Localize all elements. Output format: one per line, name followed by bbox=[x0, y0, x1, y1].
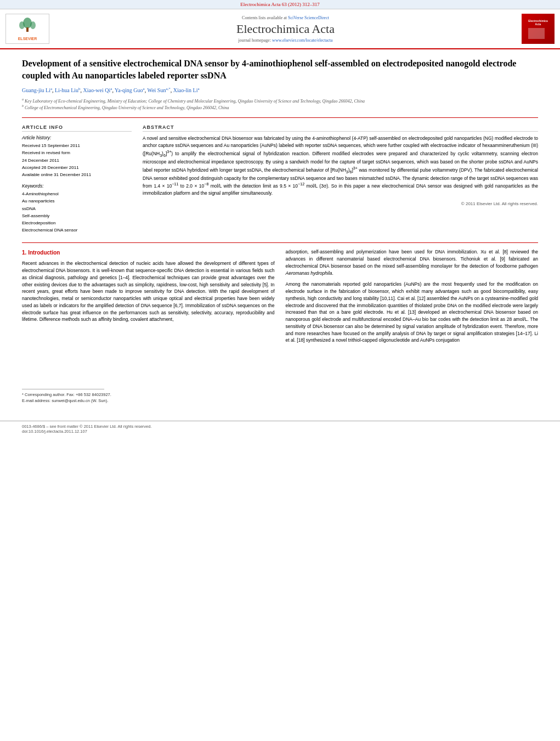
keyword-2: Au nanoparticles bbox=[22, 198, 132, 204]
body-left-column: 1. Introduction Recent advances in the e… bbox=[22, 248, 275, 404]
abstract-heading: ABSTRACT bbox=[143, 125, 538, 132]
abstract-column: ABSTRACT A novel and sensitive electroch… bbox=[143, 125, 538, 234]
author-4: Ya-qing Guo bbox=[115, 88, 143, 94]
author-3: Xiao-wei Qi bbox=[83, 88, 111, 94]
accepted-date: Accepted 26 December 2011 bbox=[22, 165, 132, 171]
keyword-1: 4-Aminothiophenol bbox=[22, 191, 132, 197]
author-5: Wei Sun bbox=[148, 88, 166, 94]
info-abstract-section: ARTICLE INFO Article history: Received 1… bbox=[22, 125, 538, 234]
article-info-heading: ARTICLE INFO bbox=[22, 125, 132, 132]
homepage-url[interactable]: www.elsevier.com/locate/electacta bbox=[272, 38, 333, 43]
section-1-heading: 1. Introduction bbox=[22, 248, 275, 257]
keyword-6: Electrochemical DNA sensor bbox=[22, 227, 132, 233]
sciverse-link: Contents lists available at SciVerse Sci… bbox=[58, 15, 513, 20]
copyright-line: © 2011 Elsevier Ltd. All rights reserved… bbox=[143, 201, 538, 206]
divider-2 bbox=[22, 242, 538, 243]
footer-license: 0013-4686/$ – see front matter © 2011 El… bbox=[22, 424, 538, 429]
affiliations: a Key Laboratory of Eco-chemical Enginee… bbox=[22, 97, 538, 111]
svg-rect-2 bbox=[26, 27, 29, 32]
intro-paragraph-3: Among the nanomaterials reported gold na… bbox=[286, 281, 539, 344]
electrochimica-logo-right: Electrochimica Acta bbox=[522, 14, 555, 44]
footnote-email: E-mail address: sunwei@qust.edu.cn (W. S… bbox=[22, 398, 275, 404]
footnote-divider bbox=[22, 389, 104, 389]
affiliation-a: a Key Laboratory of Eco-chemical Enginee… bbox=[22, 97, 538, 104]
author-6: Xiao-lin Li bbox=[173, 88, 198, 94]
received-date: Received 15 September 2011 bbox=[22, 143, 132, 149]
journal-homepage: journal homepage: www.elsevier.com/locat… bbox=[58, 38, 513, 43]
keyword-3: ssDNA bbox=[22, 206, 132, 212]
page-footer: 0013-4686/$ – see front matter © 2011 El… bbox=[0, 421, 560, 437]
received-revised-date: 24 December 2011 bbox=[22, 157, 132, 163]
footnote-corresponding: * Corresponding author. Fax: +86 532 840… bbox=[22, 392, 275, 398]
body-right-column: adsorption, self-assembling and polymeri… bbox=[286, 248, 539, 404]
keywords-label: Keywords: bbox=[22, 183, 132, 189]
intro-paragraph-1: Recent advances in the electrochemical d… bbox=[22, 260, 275, 323]
abstract-text: A novel and sensitive electrochemical DN… bbox=[143, 135, 538, 197]
article-title: Development of a sensitive electrochemic… bbox=[22, 58, 538, 81]
available-date: Available online 31 December 2011 bbox=[22, 172, 132, 178]
footer-doi: doi:10.1016/j.electacta.2011.12.107 bbox=[22, 429, 538, 434]
keyword-4: Self-assembly bbox=[22, 213, 132, 219]
footnote-area: * Corresponding author. Fax: +86 532 840… bbox=[22, 389, 275, 404]
keyword-5: Electrodeposition bbox=[22, 220, 132, 226]
article-history: Article history: Received 15 September 2… bbox=[22, 135, 132, 178]
body-columns: 1. Introduction Recent advances in the e… bbox=[22, 248, 538, 404]
intro-paragraph-2: adsorption, self-assembling and polymeri… bbox=[286, 248, 539, 276]
authors-line: Guang-jiu Lia, Li-hua Liub, Xiao-wei Qia… bbox=[22, 87, 538, 93]
author-2: Li-hua Liu bbox=[55, 88, 78, 94]
history-label: Article history: bbox=[22, 135, 132, 140]
affiliation-b: b College of Electromechanical Engineeri… bbox=[22, 104, 538, 111]
journal-title: Electrochimica Acta bbox=[58, 22, 513, 36]
journal-center-header: Contents lists available at SciVerse Sci… bbox=[58, 15, 513, 43]
svg-point-4 bbox=[30, 21, 36, 29]
article-info-column: ARTICLE INFO Article history: Received 1… bbox=[22, 125, 132, 234]
divider-1 bbox=[22, 117, 538, 118]
main-content: Development of a sensitive electrochemic… bbox=[0, 49, 560, 412]
elsevier-logo: ELSEVIER bbox=[5, 14, 49, 44]
author-1: Guang-jiu Li bbox=[22, 88, 50, 94]
journal-citation: Electrochimica Acta 63 (2012) 312–317 bbox=[0, 0, 560, 9]
svg-point-3 bbox=[19, 21, 25, 29]
elsevier-label: ELSEVIER bbox=[18, 37, 37, 41]
keywords-section: Keywords: 4-Aminothiophenol Au nanoparti… bbox=[22, 183, 132, 233]
received-revised-label: Received in revised form bbox=[22, 150, 132, 156]
sciverse-link-text[interactable]: SciVerse ScienceDirect bbox=[288, 15, 329, 20]
journal-header: ELSEVIER Contents lists available at Sci… bbox=[0, 9, 560, 49]
